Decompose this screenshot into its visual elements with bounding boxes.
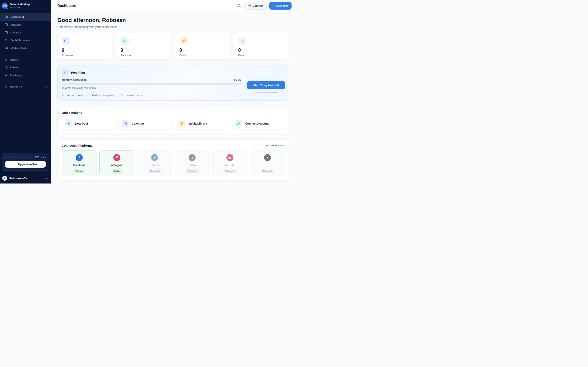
free-plan-header: Free Plan (62, 69, 285, 76)
platform-name: X (252, 164, 283, 167)
platform-name: TikTok (177, 164, 208, 167)
users-icon (4, 39, 8, 42)
sidebar-item-hashtags[interactable]: # Hashtags (0, 71, 51, 79)
user-avatar (2, 176, 7, 181)
connected-platforms-title: Connected Platforms (62, 144, 93, 147)
bell-icon (237, 4, 241, 8)
notifications-bell-button[interactable] (236, 3, 242, 8)
free-plan-banner: Free Plan Monthly posts used 0 / 15 15 p… (57, 65, 289, 100)
posts-usage-row: 0/15 posts (5, 156, 46, 158)
workspace-meta: Default Worksp... Workspace (10, 3, 32, 9)
quick-action-media-library[interactable]: Media Library (175, 118, 228, 129)
connect-badge[interactable]: Connect (148, 169, 162, 173)
sidebar-item-labels[interactable]: Labels (0, 63, 51, 71)
workspace-type-label: Workspace (10, 6, 32, 9)
sidebar-item-label: Analytics (10, 23, 21, 26)
plan-usage-progressbar (62, 83, 241, 85)
linkedin-icon: in (151, 154, 158, 161)
connect-new-link[interactable]: + Connect new (266, 144, 285, 147)
quick-actions-panel: Quick Actions New Post Calendar (57, 107, 289, 134)
chevron-right-icon (45, 86, 48, 88)
lock-icon (121, 94, 123, 96)
workspace-switcher[interactable]: DW Default Worksp... Workspace (0, 0, 51, 12)
user-name: Robosan NGN (9, 177, 27, 180)
platform-tile-tiktok[interactable]: t TikTok Connect (175, 150, 210, 176)
sidebar-spacer (0, 91, 51, 153)
greeting-subtitle: Here’s what’s happening with your social… (57, 25, 289, 29)
stat-card-drafts: 0 Drafts (175, 33, 231, 59)
stat-card-published: 0 Published (116, 33, 172, 59)
tools-section-toggle[interactable]: TOOLS (0, 57, 51, 63)
sidebar-item-media-library[interactable]: Media Library (0, 44, 51, 52)
sidebar-item-label: Dashboard (10, 16, 24, 18)
sidebar: DW Default Worksp... Workspace Dashboard (0, 0, 51, 184)
stats-row: 0 Scheduled 0 Published 0 Drafts (57, 33, 289, 59)
chevron-down-icon (45, 59, 48, 61)
workspace-avatar: DW (2, 3, 8, 8)
image-icon (178, 120, 186, 127)
calendar-icon (122, 120, 129, 127)
quick-action-connect-account[interactable]: Connect Account (232, 118, 285, 129)
new-post-button-label: New post (276, 4, 288, 7)
platform-tile-instagram[interactable]: Instagram Active (99, 150, 135, 176)
platforms-grid: f Facebook Active Instagram Active in Li… (62, 150, 285, 176)
check-circle-icon (121, 37, 129, 45)
workspace-initials: DW (3, 5, 7, 7)
platform-tile-linkedin[interactable]: in LinkedIn Connect (137, 150, 172, 176)
connect-badge[interactable]: Connect (223, 169, 237, 173)
sidebar-item-dashboard[interactable]: Dashboard (0, 13, 51, 21)
platform-name: LinkedIn (139, 164, 170, 167)
start-free-trial-button[interactable]: Start 7 day free trial (247, 81, 285, 89)
link-icon (248, 4, 251, 7)
sidebar-item-analytics[interactable]: Analytics (0, 21, 51, 29)
tag-icon (4, 66, 8, 69)
posts-usage-progressbar (5, 157, 33, 158)
connect-badge[interactable]: Connect (260, 169, 274, 173)
platform-tile-youtube[interactable]: YouTube Connect (212, 150, 247, 176)
platform-name: YouTube (215, 164, 245, 167)
platform-name: Facebook (64, 164, 95, 167)
platform-tile-facebook[interactable]: f Facebook Active (62, 150, 97, 176)
free-plan-body: Monthly posts used 0 / 15 15 posts remai… (62, 78, 285, 97)
tiktok-icon: t (189, 154, 196, 161)
connect-badge[interactable]: Connect (185, 169, 199, 173)
sidebar-item-label: Calendar (10, 31, 22, 34)
sidebar-item-calendar[interactable]: Calendar (0, 29, 51, 36)
connect-button-label: Connect (252, 4, 263, 7)
topbar: Dashboard Connect + New post (51, 0, 294, 12)
stat-value: 0 (121, 48, 167, 53)
sidebar-divider (3, 55, 48, 55)
bar-chart-icon (4, 23, 8, 26)
link-icon (235, 120, 242, 127)
settings-toggle[interactable]: SETTINGS (0, 83, 51, 91)
sparkles-icon (62, 69, 69, 76)
quick-action-label: New Post (75, 122, 88, 125)
youtube-icon (226, 154, 233, 161)
upgrade-to-pro-button[interactable]: Upgrade to Pro (5, 161, 46, 167)
plus-icon: + (273, 4, 275, 8)
quick-action-calendar[interactable]: Calendar (118, 118, 172, 129)
quick-action-new-post[interactable]: New Post (62, 118, 115, 129)
stat-label: Published (121, 54, 167, 57)
main-area: Dashboard Connect + New post Good afte (51, 0, 294, 184)
locked-feature: Team members (121, 94, 142, 97)
stat-value: 0 (180, 48, 226, 53)
facebook-icon: f (76, 154, 83, 161)
lock-icon (62, 94, 64, 96)
quick-actions-grid: New Post Calendar Media Library (62, 118, 285, 129)
user-menu[interactable]: Robosan NGN (0, 173, 51, 184)
greeting-title: Good afternoon, Robosan (57, 17, 289, 24)
locked-feature-label: Unlimited posts (66, 94, 83, 97)
quick-action-label: Media Library (189, 122, 207, 125)
sidebar-item-social-accounts[interactable]: Social Accounts (0, 36, 51, 44)
lock-icon (88, 94, 91, 96)
plan-usage-column: Monthly posts used 0 / 15 15 posts remai… (62, 78, 241, 97)
chevron-down-icon (45, 177, 48, 180)
new-post-button[interactable]: + New post (269, 2, 292, 9)
tools-section-label: TOOLS (9, 59, 18, 61)
connect-button[interactable]: Connect (244, 2, 267, 9)
sidebar-item-label: Labels (10, 66, 18, 69)
hash-icon: # (4, 73, 8, 77)
plan-cta-column: Start 7 day free trial No credit card re… (247, 78, 285, 97)
platform-tile-x[interactable]: X X Connect (250, 150, 285, 176)
